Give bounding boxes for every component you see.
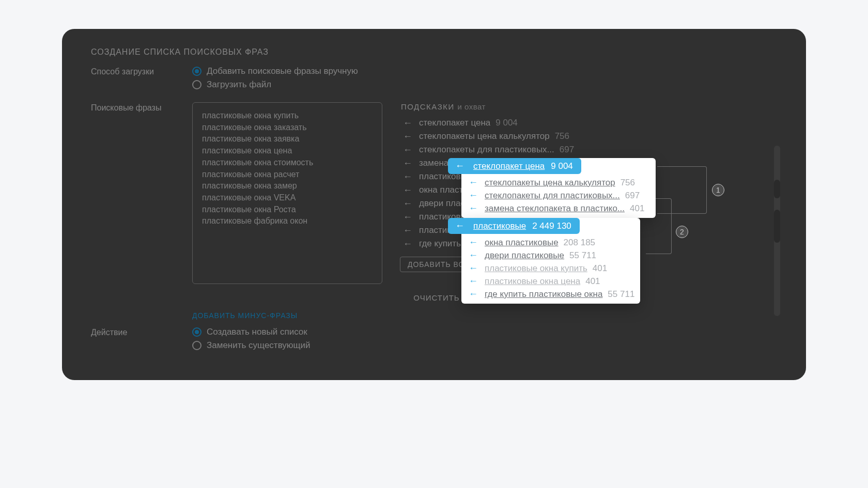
hint-group-card: ← стеклопакет цена 9 004 ←стеклопакеты ц… [461, 158, 656, 218]
action-radio-replace[interactable]: Заменить существующий [192, 340, 782, 351]
phrases-label: Поисковые фразы [91, 102, 192, 113]
hint-suggestion-row[interactable]: ←двери пластиковые55 711 [461, 249, 640, 262]
arrow-left-icon: ← [469, 263, 477, 274]
hint-suggestion-row[interactable]: ←стеклопакеты для пластиковых...697 [461, 189, 656, 202]
action-label: Действие [91, 327, 192, 337]
clear-link[interactable]: ОЧИСТИТЬ [91, 293, 782, 302]
add-minus-phrases-link[interactable]: ДОБАВИТЬ МИНУС-ФРАЗЫ [192, 311, 782, 320]
radio-icon [192, 341, 202, 350]
hint-group-card: ← пластиковые 2 449 130 ←окна пластиковы… [461, 218, 640, 304]
arrow-left-icon: ← [403, 132, 412, 141]
hint-item[interactable]: ←стеклопакет цена9 004 [398, 116, 782, 130]
arrow-left-icon: ← [469, 203, 477, 214]
scrollbar[interactable] [774, 146, 780, 316]
arrow-left-icon: ← [403, 199, 412, 208]
method-radio-manual[interactable]: Добавить поисковые фразы вручную [192, 66, 782, 76]
arrow-left-icon: ← [469, 190, 477, 201]
hint-suggestion-row[interactable]: ←пластиковые окна цена401 [461, 275, 640, 288]
hint-suggestion-row[interactable]: ←окна пластиковые208 185 [461, 236, 640, 249]
arrow-left-icon: ← [403, 212, 412, 222]
arrow-left-icon: ← [403, 145, 412, 154]
panel-title: СОЗДАНИЕ СПИСКА ПОИСКОВЫХ ФРАЗ [91, 48, 782, 57]
radio-icon [192, 80, 202, 89]
annotation-badge-1: 1 [712, 184, 724, 196]
hint-suggestion-row[interactable]: ←пластиковые окна купить401 [461, 262, 640, 275]
arrow-left-icon: ← [469, 276, 477, 287]
method-radio-file[interactable]: Загрузить файл [192, 80, 782, 90]
annotation-badge-2: 2 [676, 226, 688, 238]
hint-group-header[interactable]: ← стеклопакет цена 9 004 [448, 158, 581, 174]
hint-item[interactable]: ←стеклопакеты цена калькулятор756 [398, 130, 782, 143]
hint-group-header[interactable]: ← пластиковые 2 449 130 [448, 218, 580, 234]
arrow-left-icon: ← [403, 239, 412, 248]
method-label: Способ загрузки [91, 66, 192, 76]
hint-item[interactable]: ←стеклопакеты для пластиковых...697 [398, 143, 782, 156]
arrow-left-icon: ← [469, 237, 477, 248]
radio-icon [192, 327, 202, 337]
arrow-left-icon: ← [469, 177, 477, 188]
arrow-left-icon: ← [469, 289, 477, 300]
arrow-left-icon: ← [455, 161, 464, 171]
arrow-left-icon: ← [455, 221, 464, 231]
arrow-left-icon: ← [403, 185, 412, 195]
radio-icon [192, 67, 202, 76]
hint-suggestion-row[interactable]: ←стеклопакеты цена калькулятор756 [461, 176, 656, 189]
arrow-left-icon: ← [403, 159, 412, 168]
hints-title: ПОДСКАЗКИ и охват [398, 102, 782, 111]
action-radio-new[interactable]: Создавать новый список [192, 327, 782, 337]
arrow-left-icon: ← [403, 226, 412, 235]
arrow-left-icon: ← [403, 118, 412, 128]
phrases-textarea[interactable]: пластиковые окна купить пластиковые окна… [192, 102, 382, 284]
hints-popup-stack: ← стеклопакет цена 9 004 ←стеклопакеты ц… [461, 158, 656, 304]
scrollbar-thumb[interactable] [774, 210, 780, 243]
arrow-left-icon: ← [469, 250, 477, 261]
arrow-left-icon: ← [403, 172, 412, 181]
hint-suggestion-row[interactable]: ←замена стеклопакета в пластико...401 [461, 202, 656, 215]
scrollbar-thumb[interactable] [774, 180, 780, 198]
hint-suggestion-row[interactable]: ←где купить пластиковые окна55 711 [461, 288, 640, 301]
